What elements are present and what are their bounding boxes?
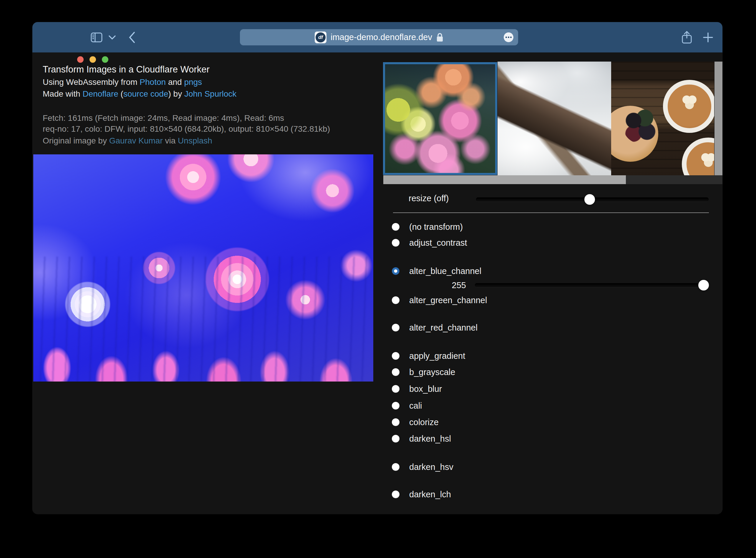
transform-label: adjust_contrast <box>409 238 467 248</box>
transform-label: alter_blue_channel <box>409 266 481 276</box>
browser-window: df image-demo.denoflare.dev Transform Im… <box>32 22 723 514</box>
url-text: image-demo.denoflare.dev <box>331 32 432 42</box>
gallery-scrollbar-thumb[interactable] <box>383 175 626 184</box>
transform-label: darken_hsv <box>409 462 453 472</box>
page-title: Transform Images in a Cloudflare Worker <box>43 64 210 75</box>
transform-option-apply-gradient[interactable]: apply_gradient <box>392 350 465 362</box>
browser-toolbar: df image-demo.denoflare.dev <box>32 22 723 52</box>
radio-button[interactable] <box>392 267 400 275</box>
request-stats: req-no: 17, colo: DFW, input: 810×540 (6… <box>43 124 330 134</box>
transform-label: alter_red_channel <box>409 323 478 333</box>
photon-link[interactable]: Photon <box>139 77 166 86</box>
chevron-down-icon[interactable] <box>107 22 117 52</box>
transform-option-alter-red-channel[interactable]: alter_red_channel <box>392 322 478 333</box>
fetch-stats: Fetch: 161ms (Fetch image: 24ms, Read im… <box>43 113 284 123</box>
credits-line: Made with Denoflare (source code) by Joh… <box>43 89 236 99</box>
minimize-window-button[interactable] <box>89 56 96 63</box>
transform-value: 255 <box>409 279 466 291</box>
sidebar-icon[interactable] <box>90 22 103 52</box>
subtitle-text: Using WebAssembly from <box>43 77 139 86</box>
resize-slider-thumb[interactable] <box>584 194 595 205</box>
transform-option-box-blur[interactable]: box_blur <box>392 383 442 395</box>
transform-option-cali[interactable]: cali <box>392 400 422 412</box>
transform-label: darken_lch <box>409 490 451 499</box>
radio-button[interactable] <box>392 368 400 376</box>
zoom-window-button[interactable] <box>102 56 108 63</box>
source-code-link[interactable]: source code <box>123 89 168 98</box>
transform-option-alter-blue-channel[interactable]: alter_blue_channel <box>392 265 481 277</box>
subtitle-line: Using WebAssembly from Photon and pngs <box>43 77 202 87</box>
close-window-button[interactable] <box>77 56 84 63</box>
transform-option-colorize[interactable]: colorize <box>392 416 439 428</box>
transform-label: apply_gradient <box>409 351 465 361</box>
resize-label: resize (off) <box>409 194 449 203</box>
transform-label: box_blur <box>409 384 442 394</box>
transform-option-no-transform[interactable]: (no transform) <box>392 221 463 233</box>
new-tab-button[interactable] <box>701 22 715 52</box>
section-divider <box>393 212 709 213</box>
site-favicon: df <box>315 31 326 43</box>
transform-label: alter_green_channel <box>409 296 487 305</box>
transform-option-b-grayscale[interactable]: b_grayscale <box>392 366 455 378</box>
gallery-scrollbar-vertical <box>714 61 723 175</box>
resize-slider[interactable] <box>476 197 709 202</box>
author-link[interactable]: John Spurlock <box>184 89 236 98</box>
back-button[interactable] <box>126 22 138 52</box>
page-settings-button[interactable] <box>504 32 513 42</box>
transform-option-darken-hsl[interactable]: darken_hsl <box>392 433 451 445</box>
radio-button[interactable] <box>392 490 400 498</box>
attribution-line: Original image by Gaurav Kumar via Unspl… <box>43 136 212 146</box>
photographer-link[interactable]: Gaurav Kumar <box>109 136 163 145</box>
pngs-link[interactable]: pngs <box>184 77 202 86</box>
transform-option-alter-green-channel[interactable]: alter_green_channel <box>392 294 487 306</box>
transform-option-darken-hsv[interactable]: darken_hsv <box>392 461 453 473</box>
transform-value-slider-thumb[interactable] <box>698 280 709 290</box>
radio-button[interactable] <box>392 435 400 442</box>
radio-button[interactable] <box>392 296 400 304</box>
share-icon[interactable] <box>680 22 694 52</box>
radio-button[interactable] <box>392 385 400 393</box>
radio-button[interactable] <box>392 324 400 331</box>
radio-button[interactable] <box>392 463 400 471</box>
transform-label: colorize <box>409 417 439 427</box>
transform-label: b_grayscale <box>409 367 455 377</box>
address-bar[interactable]: df image-demo.denoflare.dev <box>240 29 518 45</box>
unsplash-link[interactable]: Unsplash <box>178 136 212 145</box>
thumbnail-coffee[interactable] <box>611 61 714 175</box>
transform-option-adjust-contrast[interactable]: adjust_contrast <box>392 237 467 249</box>
transform-option-darken-lch[interactable]: darken_lch <box>392 488 451 500</box>
radio-button[interactable] <box>392 223 400 231</box>
thumbnail-mountains[interactable] <box>497 61 611 175</box>
radio-button[interactable] <box>392 418 400 426</box>
transform-label: cali <box>409 401 422 411</box>
radio-button[interactable] <box>392 352 400 360</box>
transform-value-slider[interactable] <box>475 283 709 287</box>
thumbnail-flowers[interactable] <box>383 62 497 175</box>
lock-icon <box>436 33 443 42</box>
gallery-scrollbar-track[interactable] <box>383 175 723 184</box>
denoflare-link[interactable]: Denoflare <box>82 89 118 98</box>
radio-button[interactable] <box>392 239 400 247</box>
radio-button[interactable] <box>392 402 400 409</box>
transform-label: darken_hsl <box>409 434 451 444</box>
transformed-image <box>33 154 373 382</box>
transform-label: (no transform) <box>409 222 463 232</box>
